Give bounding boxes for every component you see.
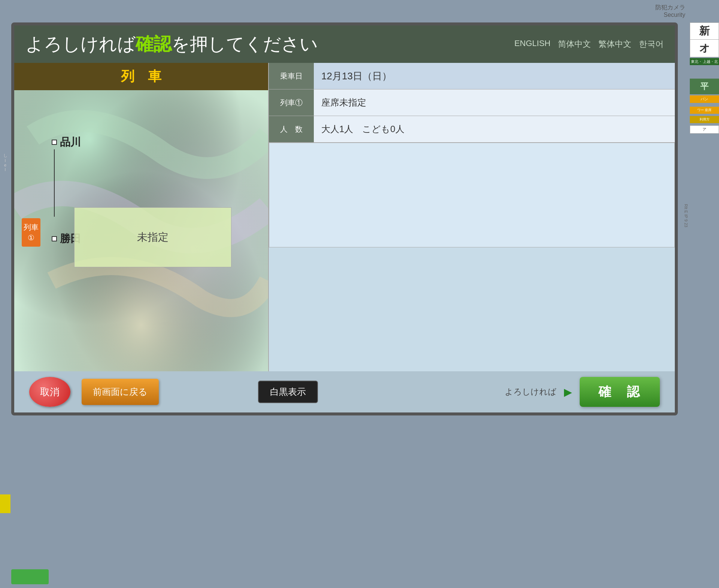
security-label: 防犯カメラ Security	[655, 4, 719, 18]
info-row-passengers: 人 数 大人1人 こども0人	[269, 116, 675, 143]
cancel-button[interactable]: 取消	[29, 377, 70, 407]
main-screen: よろしければ確認を押してください ENGLISH 简体中文 繁体中文 한국어	[11, 22, 678, 415]
language-buttons: ENGLISH 简体中文 繁体中文 한국어	[514, 39, 664, 50]
station-top: 品川	[52, 135, 81, 149]
lang-english[interactable]: ENGLISH	[514, 39, 550, 50]
side-flat-label: 平	[690, 79, 719, 94]
right-numbers: RIt E IP 9 23	[683, 204, 688, 227]
label-passengers: 人 数	[269, 116, 314, 142]
mono-display-button[interactable]: 白黒表示	[258, 381, 318, 403]
route-line	[54, 149, 55, 217]
security-camera-label: 防犯カメラ	[655, 4, 685, 10]
info-row-date: 乗車日 12月13日（日）	[269, 63, 675, 89]
info-row-train: 列車① 座席未指定	[269, 89, 675, 116]
info-detail-area	[269, 143, 675, 247]
lang-simplified-chinese[interactable]: 简体中文	[558, 39, 591, 50]
confirm-button[interactable]: 確 認	[580, 377, 660, 407]
confirm-arrow-icon: ▶	[564, 386, 572, 398]
station-bottom-marker	[52, 236, 57, 241]
page-title: よろしければ確認を押してください	[25, 32, 318, 56]
value-passengers: 大人1人 こども0人	[314, 116, 675, 142]
left-strip: しlel	[0, 150, 10, 175]
value-train: 座席未指定	[314, 89, 675, 116]
lang-traditional-chinese[interactable]: 繁体中文	[598, 39, 631, 50]
screen-header: よろしければ確認を押してください ENGLISH 简体中文 繁体中文 한국어	[14, 25, 675, 63]
lang-korean[interactable]: 한국어	[639, 39, 664, 50]
train-panel-header: 列 車	[14, 63, 268, 90]
unspecified-text: 未指定	[137, 230, 169, 244]
route-container: 品川 未指定 勝田	[52, 135, 81, 246]
side-sub1-label: パン	[690, 95, 719, 103]
bottom-bar: 取消 前画面に戻る 白黒表示 よろしければ ▶ 確 認	[14, 371, 675, 412]
side-o-button: オ	[690, 39, 719, 57]
station-top-name: 品川	[60, 135, 81, 149]
label-train: 列車①	[269, 89, 314, 116]
map-area: 列車① 品川 未指定	[14, 90, 268, 371]
confirm-area: よろしければ ▶ 確 認	[505, 377, 660, 407]
unspecified-box: 未指定	[74, 207, 231, 267]
back-button[interactable]: 前画面に戻る	[82, 379, 159, 405]
route-segment: 未指定	[52, 149, 81, 232]
sticker-green	[11, 569, 49, 584]
main-content-area: 列 車 列車① 品川	[14, 63, 675, 371]
machine-outer: 防犯カメラ Security 新 オ 東北・ 上越・北 平 パン ワー 座席 利…	[0, 0, 719, 588]
train-map-panel: 列 車 列車① 品川	[14, 63, 269, 371]
station-top-marker	[52, 140, 57, 145]
right-info-panel: 乗車日 12月13日（日） 列車① 座席未指定 人 数	[269, 63, 675, 371]
security-camera-sublabel: Security	[664, 12, 685, 18]
side-green-label: 東北・ 上越・北	[690, 58, 719, 65]
train-label: 列車①	[22, 218, 40, 247]
side-usage-label: 利用方	[690, 116, 719, 123]
confirm-prompt-text: よろしければ	[505, 386, 556, 397]
side-sub2-label: ワー 座席	[690, 107, 719, 114]
side-small-button[interactable]: ア	[690, 125, 719, 134]
left-yellow-box	[0, 494, 10, 513]
bottom-sticker-area	[11, 566, 52, 588]
side-new-button: 新	[690, 22, 719, 40]
value-date: 12月13日（日）	[314, 63, 675, 89]
label-date: 乗車日	[269, 63, 314, 89]
